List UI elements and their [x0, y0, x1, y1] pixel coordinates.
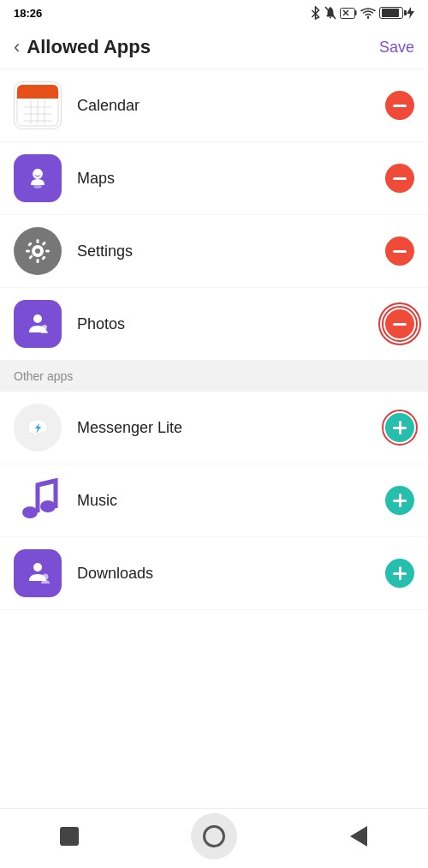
nav-recent-button[interactable]	[52, 819, 86, 853]
messenger-add-wrapper	[385, 413, 414, 442]
svg-rect-3	[355, 10, 357, 15]
music-icon-svg	[16, 476, 59, 524]
remove-settings-button[interactable]	[385, 236, 414, 266]
wifi-icon	[360, 7, 376, 19]
app-name-photos: Photos	[77, 315, 385, 333]
svg-point-37	[33, 563, 42, 572]
settings-icon-svg	[21, 235, 54, 267]
app-name-maps: Maps	[77, 170, 385, 188]
svg-point-0	[330, 17, 331, 19]
list-item: Calendar	[0, 69, 428, 142]
svg-rect-24	[37, 259, 39, 263]
list-item: Maps	[0, 142, 428, 215]
app-name-music: Music	[77, 492, 385, 510]
list-item: Photos	[0, 288, 428, 361]
svg-point-35	[40, 500, 56, 512]
svg-rect-23	[37, 239, 39, 243]
status-time: 18:26	[14, 7, 42, 20]
svg-point-38	[43, 574, 49, 580]
svg-rect-26	[45, 250, 50, 253]
nav-home-button[interactable]	[191, 813, 237, 859]
add-messenger-button[interactable]	[385, 413, 414, 442]
calendar-icon-svg	[15, 83, 60, 128]
battery-x-icon	[340, 8, 357, 19]
app-name-settings: Settings	[77, 242, 385, 260]
svg-line-36	[38, 481, 56, 485]
bluetooth-icon	[310, 6, 321, 20]
home-icon	[203, 825, 225, 847]
status-icons	[310, 6, 414, 20]
messenger-icon-svg	[21, 411, 54, 444]
messenger-app-icon	[14, 404, 62, 452]
app-list: Calendar Maps	[0, 69, 428, 808]
status-bar: 18:26	[0, 0, 428, 26]
list-item: Music	[0, 464, 428, 537]
settings-app-icon	[14, 227, 62, 275]
remove-maps-button[interactable]	[385, 164, 414, 193]
downloads-icon-svg	[22, 558, 53, 589]
svg-rect-25	[26, 250, 30, 253]
nav-back-button[interactable]	[342, 819, 376, 853]
music-app-icon	[14, 476, 62, 524]
header-left: ‹ Allowed Apps	[14, 36, 151, 58]
app-name-calendar: Calendar	[77, 97, 385, 115]
svg-marker-6	[407, 7, 414, 19]
svg-point-22	[35, 248, 40, 254]
charging-icon	[407, 7, 414, 19]
maps-icon-svg	[22, 163, 53, 194]
battery-icon	[379, 7, 403, 19]
remove-photos-button[interactable]	[385, 309, 414, 338]
page-title: Allowed Apps	[27, 36, 151, 58]
add-downloads-button[interactable]	[385, 559, 414, 588]
app-name-messenger: Messenger Lite	[77, 419, 385, 437]
photos-app-icon	[14, 300, 62, 348]
save-button[interactable]: Save	[379, 39, 414, 57]
page-header: ‹ Allowed Apps Save	[0, 26, 428, 69]
svg-rect-2	[341, 8, 355, 18]
bottom-nav	[0, 808, 428, 868]
add-music-button[interactable]	[385, 486, 414, 515]
photos-remove-wrapper	[385, 309, 414, 338]
other-apps-section-header: Other apps	[0, 361, 428, 392]
app-name-downloads: Downloads	[77, 565, 385, 583]
downloads-app-icon	[14, 549, 62, 597]
svg-point-31	[33, 314, 42, 323]
svg-point-32	[42, 325, 47, 330]
back-icon	[350, 826, 367, 847]
photos-icon-svg	[22, 308, 53, 339]
calendar-app-icon	[14, 81, 62, 129]
list-item: Settings	[0, 215, 428, 288]
list-item: Downloads	[0, 537, 428, 610]
recent-apps-icon	[60, 827, 79, 846]
svg-point-34	[22, 506, 38, 518]
section-header-label: Other apps	[14, 369, 73, 383]
list-item: Messenger Lite	[0, 392, 428, 464]
svg-point-19	[34, 169, 41, 176]
maps-app-icon	[14, 154, 62, 202]
back-button[interactable]: ‹	[14, 36, 20, 58]
muted-icon	[324, 6, 336, 20]
svg-rect-9	[17, 93, 58, 99]
remove-calendar-button[interactable]	[385, 91, 414, 120]
